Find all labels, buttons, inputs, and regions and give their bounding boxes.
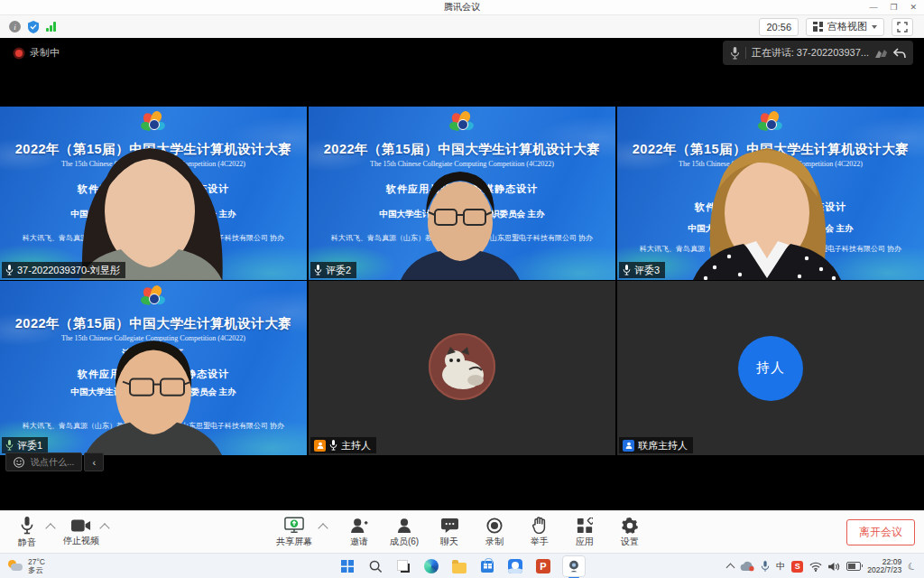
participant-video xyxy=(0,107,307,280)
weather-condition: 多云 xyxy=(28,566,45,575)
meeting-toolbar: 静音 停止视频 共享屏幕 xyxy=(0,510,924,554)
video-tile-judge2[interactable]: 2022年（第15届）中国大学生计算机设计大赛 The 15th Chinese… xyxy=(309,107,615,280)
security-shield-icon[interactable] xyxy=(28,21,39,33)
minimize-button[interactable]: — xyxy=(869,0,877,14)
taskbar-clock[interactable]: 22:09 2022/7/23 xyxy=(867,558,901,575)
active-speaker-indicator: 正在讲话: 37-202203937... xyxy=(723,41,913,65)
windows-logo-icon xyxy=(341,560,354,573)
screen-share-icon xyxy=(284,517,304,534)
participant-nametag: 联席主持人 xyxy=(619,437,693,453)
reply-arrow-icon[interactable] xyxy=(893,48,906,59)
speaker-name-label: 正在讲话: 37-202203937... xyxy=(752,46,869,60)
grid-view-icon xyxy=(813,22,823,32)
participant-name: 评委2 xyxy=(326,264,351,277)
meeting-duration: 20:56 xyxy=(759,18,799,36)
microphone-icon xyxy=(20,517,34,535)
view-mode-button[interactable]: 宫格视图 xyxy=(806,18,884,36)
cloud-sync-icon[interactable] xyxy=(740,561,754,572)
mic-on-icon xyxy=(5,440,14,451)
chat-placeholder: 说点什么... xyxy=(31,456,74,469)
participant-name: 联席主持人 xyxy=(638,439,688,452)
record-button[interactable]: 录制 xyxy=(475,513,514,553)
emoji-smiley-icon[interactable] xyxy=(14,457,24,468)
search-button[interactable] xyxy=(366,557,384,575)
participant-video xyxy=(617,107,924,280)
edge-browser-button[interactable] xyxy=(422,557,440,575)
toolbar-label: 共享屏幕 xyxy=(276,536,312,548)
cohost-badge-icon xyxy=(623,440,634,452)
chat-input[interactable]: 说点什么... xyxy=(5,452,82,471)
recording-indicator: 录制中 xyxy=(15,46,60,60)
participant-name: 主持人 xyxy=(341,439,371,452)
start-button[interactable] xyxy=(338,557,356,575)
windows-taskbar: 27°C 多云 P xyxy=(0,553,924,578)
task-view-icon xyxy=(397,560,410,573)
apps-button[interactable]: 应用 xyxy=(565,513,605,553)
toolbar-label: 聊天 xyxy=(440,536,458,548)
speaker-icon[interactable] xyxy=(828,562,840,572)
video-tile-host[interactable]: 主持人 xyxy=(309,281,615,455)
video-tile-judge1[interactable]: 2022年（第15届）中国大学生计算机设计大赛 The 15th Chinese… xyxy=(0,281,307,455)
video-tile-judge3[interactable]: 2022年（第15届）中国大学生计算机设计大赛 The 15th Chinese… xyxy=(617,107,924,280)
view-mode-label: 宫格视图 xyxy=(827,20,867,33)
video-tile-cohost[interactable]: 持人 联席主持人 xyxy=(617,281,924,455)
chat-button[interactable]: 聊天 xyxy=(430,513,469,553)
toolbar-label: 邀请 xyxy=(350,536,368,548)
reaction-hands-icon[interactable] xyxy=(874,47,888,59)
maximize-button[interactable]: ❐ xyxy=(890,0,897,14)
powerpoint-button[interactable]: P xyxy=(534,557,552,575)
battery-icon[interactable] xyxy=(846,562,861,571)
raise-hand-icon xyxy=(532,517,547,534)
taskbar-weather-widget[interactable]: 27°C 多云 xyxy=(0,558,45,575)
stop-video-button[interactable]: 停止视频 xyxy=(61,513,101,553)
tray-app-s-icon[interactable]: S xyxy=(791,561,803,573)
participant-nametag: 37-2022039370-刘昱彤 xyxy=(2,262,125,278)
camera-icon xyxy=(71,518,91,533)
share-screen-button[interactable]: 共享屏幕 xyxy=(274,513,314,553)
network-signal-icon[interactable] xyxy=(46,22,56,32)
raise-hand-button[interactable]: 举手 xyxy=(520,513,559,553)
participant-nametag: 评委3 xyxy=(619,262,665,278)
search-icon xyxy=(369,560,383,573)
toolbar-label: 举手 xyxy=(531,536,549,548)
microsoft-store-button[interactable] xyxy=(478,557,496,575)
mic-options-chevron-icon[interactable] xyxy=(45,523,55,533)
tray-chevron-up-icon[interactable] xyxy=(726,564,735,573)
toolbar-label: 录制 xyxy=(485,536,504,548)
active-meeting-window-button[interactable] xyxy=(562,555,586,577)
window-titlebar: 腾讯会议 — ❐ ✕ xyxy=(0,0,924,15)
webcam-icon xyxy=(567,560,581,573)
file-explorer-button[interactable] xyxy=(450,557,468,575)
mic-on-icon xyxy=(329,440,337,451)
members-button[interactable]: 成员(6) xyxy=(384,513,424,553)
chat-collapse-button[interactable]: ‹ xyxy=(84,452,104,471)
clock-date: 2022/7/23 xyxy=(867,566,901,575)
participant-name: 评委1 xyxy=(17,439,42,452)
close-button[interactable]: ✕ xyxy=(910,0,917,14)
share-options-chevron-icon[interactable] xyxy=(318,523,328,533)
mute-button[interactable]: 静音 xyxy=(7,513,47,553)
ime-language-indicator[interactable]: 中 xyxy=(776,560,785,573)
edge-browser-icon xyxy=(424,559,439,573)
participant-nametag: 主持人 xyxy=(310,437,376,453)
tencent-meeting-app-button[interactable] xyxy=(506,557,524,575)
window-title: 腾讯会议 xyxy=(444,1,480,14)
info-icon[interactable]: i xyxy=(9,21,21,33)
tray-microphone-icon[interactable] xyxy=(761,561,770,573)
chat-bubble-icon xyxy=(441,517,458,534)
members-icon xyxy=(396,517,412,534)
fullscreen-icon xyxy=(897,22,908,33)
apps-grid-icon xyxy=(577,517,593,534)
video-tile-liuyutong[interactable]: 2022年（第15届）中国大学生计算机设计大赛 The 15th Chinese… xyxy=(0,107,307,280)
meeting-stage: 录制中 正在讲话: 37-202203937... xyxy=(0,38,924,510)
fullscreen-button[interactable] xyxy=(892,18,913,36)
quick-chat-bar: 说点什么... ‹ xyxy=(5,453,104,471)
video-options-chevron-icon[interactable] xyxy=(99,523,109,533)
recording-dot-icon xyxy=(15,50,23,57)
night-mode-moon-icon[interactable]: ☾ xyxy=(906,559,919,573)
task-view-button[interactable] xyxy=(394,557,412,575)
wifi-icon[interactable] xyxy=(809,562,822,572)
invite-button[interactable]: 邀请 xyxy=(339,513,379,553)
settings-button[interactable]: 设置 xyxy=(610,513,650,553)
leave-meeting-button[interactable]: 离开会议 xyxy=(846,519,915,545)
